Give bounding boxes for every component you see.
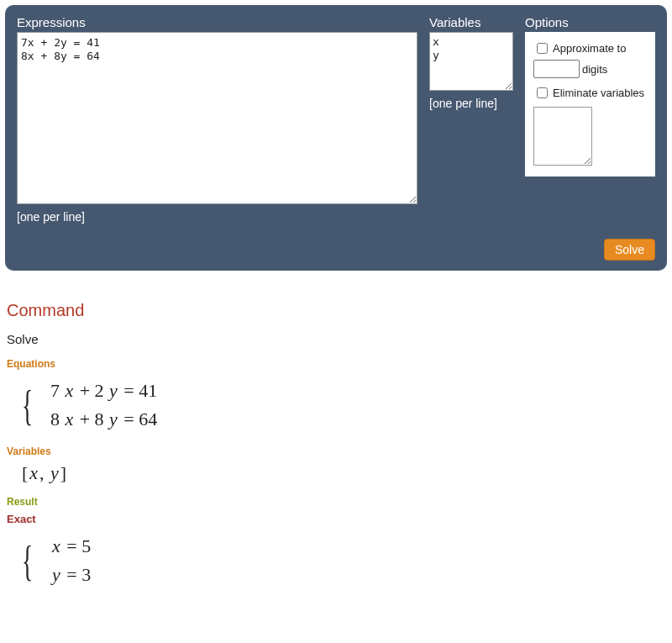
solve-button[interactable]: Solve [604,239,655,261]
var-y: y [50,564,62,585]
solve-row: Solve [17,239,655,261]
digits-label: digits [582,63,607,76]
result-x-eq: x = 5 [50,535,91,557]
result-list: x = 5 y = 3 [50,535,91,586]
exact-label: Exact [7,513,665,525]
var-x: x [50,535,62,556]
equations-system: { 7 x + 2 y = 41 8 x + 8 y = 64 [22,380,665,430]
equation-2: 8 x + 8 y = 64 [50,408,157,430]
brace-icon: { [22,535,33,586]
variables-column: Variables [one per line] [429,15,513,110]
digits-input[interactable] [533,60,580,78]
digits-row: digits [533,60,647,78]
command-value: Solve [7,332,665,346]
approximate-label: Approximate to [553,42,626,55]
var-x: x [63,408,75,430]
variables-display: [x, y] [22,462,665,484]
var-x: x [63,380,75,401]
equations-label: Equations [7,358,665,370]
approximate-checkbox[interactable] [537,43,548,54]
eq2-coef-y: 8 [95,408,104,430]
panel-columns: Expressions [one per line] Variables [on… [17,15,655,224]
options-column: Options Approximate to digits Eliminate … [525,15,655,177]
var-x: x [28,462,39,483]
approximate-row: Approximate to [533,40,647,56]
equations-list: 7 x + 2 y = 41 8 x + 8 y = 64 [50,380,157,430]
result-y-value: 3 [81,564,91,585]
expressions-label: Expressions [17,15,417,29]
result-label: Result [7,496,665,508]
eq2-rhs: 64 [139,408,157,430]
brace-icon: { [22,380,33,430]
var-y: y [108,408,119,430]
eliminate-row: Eliminate variables [533,85,647,101]
result-x-value: 5 [81,535,91,556]
expressions-column: Expressions [one per line] [17,15,417,224]
options-box: Approximate to digits Eliminate variable… [525,32,655,177]
eliminate-label: Eliminate variables [553,87,644,99]
expressions-hint: [one per line] [17,210,417,224]
output-area: Command Solve Equations { 7 x + 2 y = 41… [5,271,667,604]
variables-input[interactable] [429,32,513,91]
equation-1: 7 x + 2 y = 41 [50,380,157,402]
eq1-rhs: 41 [139,380,157,401]
expressions-input[interactable] [17,32,417,204]
var-y: y [49,462,60,483]
options-label: Options [525,15,655,29]
variables-label: Variables [429,15,513,29]
result-y-eq: y = 3 [50,564,91,586]
command-heading: Command [7,301,665,320]
var-y: y [108,380,119,401]
variables-sublabel: Variables [7,445,665,457]
input-panel: Expressions [one per line] Variables [on… [5,5,667,271]
eliminate-checkbox[interactable] [537,87,548,98]
result-system: { x = 5 y = 3 [22,535,665,586]
eq1-coef-y: 2 [95,380,104,401]
variables-hint: [one per line] [429,97,513,110]
eliminate-input[interactable] [533,107,592,166]
eq1-coef-x: 7 [50,380,60,401]
eq2-coef-x: 8 [50,408,60,430]
